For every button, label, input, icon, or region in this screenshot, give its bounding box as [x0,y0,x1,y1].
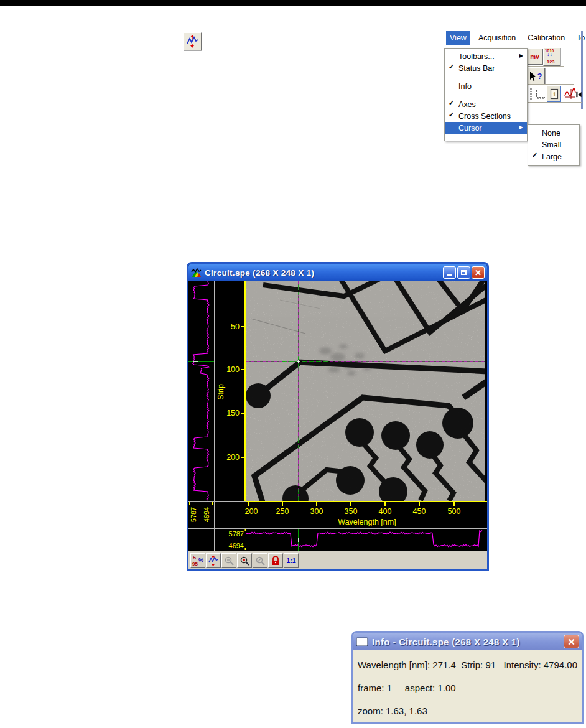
x-axis-label: Wavelength [nm] [338,518,396,526]
cursor-submenu: None Small ✓ Large [528,124,580,166]
submenu-item-large-label: Large [542,152,562,161]
convert-123-button[interactable]: 1010 ↓↓ 123 [543,47,560,66]
menu-item-toolbars[interactable]: Toolbars... ▶ [445,50,527,62]
y-tick-50: 50 [231,322,240,331]
y-tick-100: 100 [226,365,240,374]
toolbar-edge-line3 [526,102,582,103]
circuit-titlebar[interactable]: Circuit.spe (268 X 248 X 1) ✕ [188,264,487,281]
submenu-item-small-label: Small [542,141,561,149]
h-profile-curve [246,531,482,547]
convert-arrows-icon: ↓↓ [547,51,552,57]
arrow-cursor-icon [529,72,537,82]
menu-item-status-bar-label: Status Bar [458,64,495,73]
v-profile-max-label: 5787 [190,507,197,522]
zoom-out-button[interactable] [221,553,236,568]
close-button[interactable]: ✕ [472,266,485,279]
toolbar-edge-line2 [526,84,574,85]
zoom-out-icon [224,556,235,566]
menu-tools-clipped[interactable]: To [573,31,586,45]
menu-view[interactable]: View [446,31,470,45]
submenu-arrow-icon: ▶ [519,124,523,130]
x-tick-450: 450 [413,507,426,516]
circuit-window-title: Circuit.spe (268 X 248 X 1) [205,268,442,278]
pct-top-label: 5 [193,554,196,561]
menubar: View Acquisition Calibration To [439,31,582,45]
one-to-one-button[interactable]: 1:1 [284,553,299,568]
v-profile-min-label: 4694 [203,507,210,522]
mv-label: mv [530,54,539,60]
check-icon: ✓ [449,111,454,119]
menu-item-cross-sections[interactable]: ✓ Cross Sections [445,110,527,122]
menu-item-axes[interactable]: ✓ Axes [445,98,527,110]
menu-item-cursor-label: Cursor [458,124,482,133]
x-tick-250: 250 [276,507,289,516]
menu-item-info[interactable]: Info [445,80,527,92]
h-profile-cursor-gap [298,538,299,542]
menu-item-info-label: Info [458,82,472,91]
zoom-region-button[interactable] [253,553,267,568]
menu-separator [446,77,526,78]
y-axis-panel: 50 100 150 200 Strip [215,281,246,501]
go-to-start-button[interactable] [575,87,582,101]
toolbar-edge-line [526,66,564,67]
info-close-button[interactable]: ✕ [564,635,579,648]
zoom-in-icon [240,556,250,566]
horizontal-profile-panel[interactable]: 5787 4694 [188,529,487,551]
menu-calibration[interactable]: Calibration [524,31,569,45]
info-window: Info - Circuit.spe (268 X 248 X 1) ✕ Wav… [351,631,584,724]
cross-sections-icon [208,555,219,566]
context-help-button[interactable]: ? [526,68,545,85]
info-line-readout: Wavelength [nm]: 271.4 Strip: 91 Intensi… [358,653,582,676]
zoom-lock-button[interactable] [268,553,283,568]
y-tick-200: 200 [226,453,240,462]
submenu-item-none-label: None [542,129,560,138]
toolbar-grip [530,88,532,101]
vertical-profile-panel[interactable] [188,281,214,501]
percentile-scale-button[interactable]: 5 95 % [190,553,205,568]
image-canvas[interactable] [246,281,485,501]
help-question-label: ? [537,72,542,81]
submenu-arrow-icon: ▶ [519,53,523,58]
maximize-button[interactable] [457,266,470,279]
circuit-window: Circuit.spe (268 X 248 X 1) ✕ 50 100 [187,262,489,571]
info-icon: i [549,88,559,100]
submenu-item-small[interactable]: Small [528,139,579,151]
axes-toggle-button[interactable] [533,87,547,101]
cross-sections-button[interactable] [184,32,202,50]
info-window-title: Info - Circuit.spe (268 X 248 X 1) [372,637,562,647]
v-profile-cursor-gap [193,361,198,362]
menu-item-toolbars-label: Toolbars... [458,52,495,61]
mv-button[interactable]: mv [526,49,543,65]
x-tick-300: 300 [310,507,323,516]
minimize-button[interactable] [443,266,456,279]
image-grain [246,281,485,501]
spe-app-icon [191,268,202,278]
submenu-item-none[interactable]: None [528,127,579,139]
check-icon: ✓ [449,63,454,71]
x-tick-400: 400 [379,507,392,516]
cross-section-red-icon [564,88,576,100]
info-body: Wavelength [nm]: 271.4 Strip: 91 Intensi… [353,650,582,722]
x-tick-350: 350 [345,507,358,516]
v-profile-curve [193,281,209,500]
view-dropdown-menu: Toolbars... ▶ ✓ Status Bar Info ✓ Axes ✓… [444,48,528,141]
cross-sections-icon [186,35,199,48]
info-line-zoom: zoom: 1.63, 1.63 [358,699,582,722]
y-axis-label: Strip [216,384,225,400]
x-tick-200: 200 [245,507,258,516]
info-titlebar[interactable]: Info - Circuit.spe (268 X 248 X 1) ✕ [353,633,582,650]
autoscale-cross-sections-button[interactable] [206,553,221,568]
pct-bottom-label: 95 [192,561,198,567]
document-icon [356,637,369,647]
zoom-in-button[interactable] [237,553,252,568]
check-icon: ✓ [532,151,537,159]
convert-bottom-label: 123 [547,59,555,65]
menu-item-status-bar[interactable]: ✓ Status Bar [445,62,527,74]
one-to-one-label: 1:1 [286,557,295,564]
info-line-frame-aspect: frame: 1 aspect: 1.00 [358,676,582,699]
submenu-item-large[interactable]: ✓ Large [528,151,579,162]
pct-sign-label: % [198,557,203,563]
info-toggle-button[interactable]: i [547,86,561,102]
menu-acquisition[interactable]: Acquisition [475,31,519,45]
menu-item-cursor[interactable]: Cursor ▶ [445,122,527,134]
